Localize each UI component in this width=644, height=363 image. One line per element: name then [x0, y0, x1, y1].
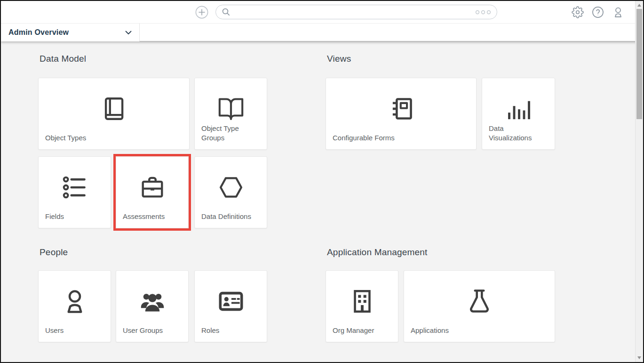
admin-overview-dropdown[interactable]: Admin Overview — [1, 24, 140, 41]
briefcase-icon — [116, 173, 188, 202]
people-group-icon — [116, 287, 188, 316]
tile-label: Object Types — [45, 133, 86, 143]
tile-label: Object Type Groups — [201, 124, 258, 142]
tile-label: Fields — [45, 212, 64, 221]
tile-org-manager[interactable]: Org Manager — [326, 270, 398, 342]
search-options-icon[interactable] — [475, 10, 491, 15]
nav-row: Admin Overview — [1, 23, 643, 41]
dropdown-label: Admin Overview — [8, 28, 69, 37]
notebook-form-icon — [326, 94, 476, 123]
section-title-application-management: Application Management — [327, 247, 428, 258]
search-input[interactable] — [234, 8, 471, 16]
section-title-views: Views — [327, 54, 351, 64]
tile-label: Assessments — [123, 212, 165, 221]
tile-roles[interactable]: Roles — [194, 270, 267, 342]
app-window: Admin Overview Data Model Views People A… — [0, 0, 644, 363]
scroll-up-arrow[interactable] — [637, 4, 641, 7]
gear-icon — [572, 13, 584, 20]
tile-applications[interactable]: Applications — [404, 270, 555, 342]
scrollbar-thumb[interactable] — [636, 9, 642, 119]
vertical-scrollbar — [635, 1, 643, 362]
account-button[interactable] — [612, 6, 624, 18]
scroll-down-arrow[interactable] — [637, 356, 641, 359]
top-bar — [1, 1, 643, 23]
tile-label: Users — [45, 326, 64, 335]
flask-icon — [404, 287, 555, 316]
tile-data-definitions[interactable]: Data Definitions — [194, 156, 267, 228]
help-button[interactable] — [592, 6, 604, 18]
id-card-icon — [195, 287, 267, 316]
tile-label: Roles — [201, 326, 219, 335]
tile-label: User Groups — [123, 326, 163, 335]
bulleted-list-icon — [39, 173, 111, 202]
tile-users[interactable]: Users — [38, 270, 111, 342]
user-icon — [612, 13, 624, 20]
tile-configurable-forms[interactable]: Configurable Forms — [326, 78, 477, 150]
plus-circle-icon — [195, 13, 208, 20]
settings-button[interactable] — [572, 6, 584, 18]
tile-object-types[interactable]: Object Types — [38, 78, 190, 150]
tile-fields[interactable]: Fields — [38, 156, 111, 228]
hexagon-icon — [195, 173, 267, 202]
section-title-data-model: Data Model — [40, 54, 86, 64]
global-search — [215, 5, 497, 19]
tile-data-visualizations[interactable]: Data Visualizations — [482, 78, 555, 150]
question-mark-icon — [592, 13, 604, 20]
tile-label: Configurable Forms — [333, 133, 395, 143]
tile-user-groups[interactable]: User Groups — [116, 270, 189, 342]
admin-overview-content: Data Model Views People Application Mana… — [1, 41, 643, 362]
tile-assessments[interactable]: Assessments — [116, 156, 189, 228]
tile-label: Applications — [411, 326, 449, 335]
bar-chart-icon — [482, 94, 555, 123]
section-title-people: People — [40, 247, 68, 258]
tile-label: Org Manager — [333, 326, 374, 335]
book-icon — [39, 94, 189, 123]
office-building-icon — [326, 287, 398, 316]
add-button[interactable] — [195, 6, 208, 19]
chevron-down-icon — [125, 31, 132, 35]
tile-object-type-groups[interactable]: Object Type Groups — [194, 78, 267, 150]
search-icon — [222, 8, 231, 16]
tile-label: Data Visualizations — [489, 124, 545, 142]
person-outline-icon — [39, 287, 111, 316]
open-book-icon — [195, 94, 267, 123]
tile-label: Data Definitions — [201, 212, 251, 221]
